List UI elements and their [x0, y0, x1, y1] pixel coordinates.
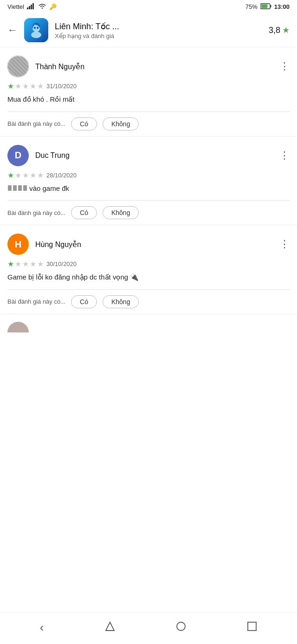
divider-3: [7, 289, 290, 290]
svg-point-11: [34, 27, 36, 29]
helpful-yes-3[interactable]: Có: [71, 295, 97, 308]
helpful-no-1[interactable]: Không: [103, 117, 139, 130]
time-label: 13:00: [274, 3, 290, 10]
app-rating-value: 3,8: [269, 26, 280, 35]
app-icon: [24, 18, 48, 42]
avatar-3: H: [7, 234, 29, 255]
nav-triangle-button[interactable]: [97, 619, 123, 636]
review-card-2: D Duc Trung ⋮ ★ ★ ★ ★ ★ 28/10/2020 vào g…: [0, 137, 297, 226]
review-card-4-partial: [0, 314, 297, 370]
svg-rect-6: [270, 5, 271, 7]
stars-3: ★ ★ ★ ★ ★: [7, 260, 44, 268]
helpful-label-2: Bài đánh giá này có...: [7, 209, 65, 216]
nav-circle-button[interactable]: [168, 619, 194, 636]
stars-2: ★ ★ ★ ★ ★: [7, 171, 44, 180]
svg-rect-0: [27, 7, 28, 9]
review-text-1: Mua đồ khó . Rồi mất: [7, 94, 290, 105]
bottom-nav: ‹: [0, 612, 297, 644]
vpn-icon: 🔑: [49, 3, 57, 10]
app-header: ← Liên Mi: [0, 13, 297, 47]
back-button[interactable]: ←: [7, 24, 18, 36]
review-date-1: 31/10/2020: [46, 83, 77, 90]
svg-point-4: [42, 7, 43, 9]
helpful-label-3: Bài đánh giá này có...: [7, 298, 65, 305]
helpful-no-3[interactable]: Không: [103, 295, 139, 308]
review-card-3: H Hùng Nguyễn ⋮ ★ ★ ★ ★ ★ 30/10/2020 Gam…: [0, 225, 297, 314]
helpful-yes-1[interactable]: Có: [71, 117, 97, 130]
avatar-2: D: [7, 145, 29, 166]
svg-rect-2: [31, 5, 32, 9]
carrier-label: Viettel: [7, 3, 24, 10]
nav-back-button[interactable]: ‹: [32, 618, 52, 637]
app-rating: 3,8 ★: [269, 25, 290, 35]
divider-1: [7, 111, 290, 112]
helpful-no-2[interactable]: Không: [103, 206, 139, 219]
review-card-1: Thành Nguyễn ⋮ ★ ★ ★ ★ ★ 31/10/2020 Mua …: [0, 47, 297, 137]
status-bar: Viettel 🔑 75%: [0, 0, 297, 13]
censored-text: [7, 185, 27, 191]
stars-1: ★ ★ ★ ★ ★: [7, 82, 44, 91]
app-rating-star: ★: [282, 25, 290, 35]
review-text-3: Game bị lỗi ko đăng nhập dc thất vọng 🔌: [7, 272, 290, 283]
avatar-4-partial: [7, 322, 29, 332]
app-name-label: Liên Minh: Tốc ...: [55, 21, 262, 32]
more-options-3[interactable]: ⋮: [279, 239, 290, 249]
wifi-icon: [38, 3, 46, 11]
nav-square-button[interactable]: [239, 619, 265, 636]
reviewer-name-1: Thành Nguyễn: [35, 62, 84, 71]
app-info: Liên Minh: Tốc ... Xếp hạng và đánh giá: [55, 21, 262, 39]
divider-2: [7, 200, 290, 201]
more-options-2[interactable]: ⋮: [279, 150, 290, 161]
svg-rect-3: [32, 3, 34, 9]
svg-point-10: [31, 32, 41, 38]
avatar-1: [7, 56, 29, 77]
review-date-3: 30/10/2020: [46, 260, 77, 267]
reviewer-name-3: Hùng Nguyễn: [35, 240, 81, 249]
app-subtitle-label: Xếp hạng và đánh giá: [55, 33, 262, 39]
reviewer-name-2: Duc Trung: [35, 151, 70, 160]
review-date-2: 28/10/2020: [46, 172, 77, 179]
svg-rect-15: [248, 622, 256, 631]
svg-marker-13: [106, 622, 114, 631]
battery-percent: 75%: [245, 3, 258, 10]
helpful-yes-2[interactable]: Có: [71, 206, 97, 219]
review-text-2: vào game đk: [7, 183, 290, 194]
helpful-label-1: Bài đánh giá này có...: [7, 120, 65, 127]
svg-point-14: [177, 622, 185, 631]
more-options-1[interactable]: ⋮: [279, 61, 290, 72]
svg-rect-7: [261, 4, 267, 8]
svg-rect-1: [29, 6, 30, 9]
svg-point-12: [37, 27, 39, 29]
battery-icon: [260, 3, 271, 11]
signal-icon: [27, 3, 35, 11]
